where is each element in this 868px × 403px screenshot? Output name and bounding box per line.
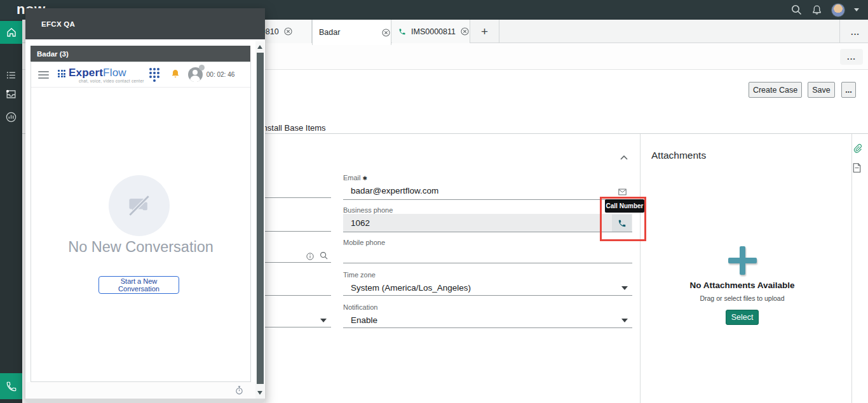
scroll-up-arrow-icon[interactable] [257,45,262,49]
toolbar-more-button[interactable]: ... [841,82,856,98]
notification-label: Notification [343,303,377,311]
reference-search-icon[interactable] [320,251,328,262]
section-collapse-chevron-icon[interactable] [620,152,628,163]
paperclip-attachments-icon[interactable] [853,143,862,156]
efcx-overlay-panel: EFCX QA Badar (3) ExpertFlow chat, voice… [25,8,265,403]
tab-label: Badar [319,28,340,37]
no-conversation-illustration [109,175,170,236]
tab-label: IMS0000811 [411,27,456,36]
sidebar-item-analytics[interactable] [0,107,22,126]
mobile-phone-underline[interactable] [343,263,632,263]
tab-install-base-items[interactable]: Install Base Items [261,123,326,133]
business-phone-value: 1062 [351,218,370,228]
widget-bell-icon[interactable] [170,69,180,81]
accordion-label: Badar (3) [37,50,69,58]
expertflow-tagline: chat, voice, video contact center [79,79,144,83]
time-zone-underline [343,295,632,296]
attachments-hint: Drag or select files to upload [660,294,825,302]
sidebar-item-inbox[interactable] [0,84,22,103]
add-attachment-plus-icon[interactable] [728,246,757,275]
chat-slash-icon [125,192,153,220]
overlay-title-bar[interactable]: EFCX QA [25,8,265,39]
overlay-bottom-edge [25,399,265,403]
timer-clock-icon[interactable] [235,386,243,397]
save-button[interactable]: Save [808,82,835,98]
chevron-down-icon[interactable] [320,319,327,322]
tab-close-icon[interactable] [382,29,390,37]
mobile-phone-label: Mobile phone [343,239,385,246]
sidebar-phone-widget-toggle[interactable] [0,373,22,399]
email-field-label: Email ✱ [343,174,367,182]
no-conversation-text: No New Conversation [31,239,250,256]
overlay-scrollbar[interactable] [255,41,264,399]
overlay-footer [25,382,265,399]
start-conversation-button[interactable]: Start a New Conversation [98,276,179,294]
sidebar-item-lists[interactable] [0,67,22,83]
email-field-underline [343,199,632,200]
widget-header: ExpertFlow chat, voice, video contact ce… [31,62,250,88]
attachments-title: Attachments [651,150,706,161]
email-field-value[interactable]: badar@expertflow.com [351,186,438,195]
time-zone-label: Time zone [343,271,376,279]
business-phone-label: Business phone [343,206,393,214]
tab-close-icon[interactable] [461,27,469,36]
tab-ims0000811[interactable]: IMS0000811 [392,20,470,43]
expertflow-logo-icon [58,70,66,79]
time-zone-value[interactable]: System (America/Los_Angeles) [351,283,471,293]
notifications-bell-icon[interactable] [811,4,822,16]
info-icon[interactable] [306,251,314,263]
attachments-empty-title: No Attachments Available [660,281,825,290]
user-avatar[interactable] [831,3,845,17]
panel-divider [640,134,641,403]
tab-badar-active[interactable]: Badar [312,20,391,45]
ellipsis-icon: ... [847,52,856,62]
select-files-button[interactable]: Select [726,310,759,325]
notes-document-icon[interactable] [853,163,861,175]
agent-avatar-icon[interactable] [188,67,203,82]
call-timer: 00: 02: 46 [207,71,234,78]
annotation-highlight-rectangle [600,197,646,241]
tab-bar-divider [839,20,840,43]
notification-dropdown-caret-icon[interactable] [621,319,628,322]
avatar-dropdown-caret-icon[interactable] [854,8,859,11]
left-nav-sidebar [0,20,22,403]
business-phone-input[interactable]: 1062 [343,214,632,232]
overlay-title: EFCX QA [41,20,75,28]
required-mark: ✱ [363,175,368,182]
expertflow-widget: ExpertFlow chat, voice, video contact ce… [31,62,251,382]
notification-value[interactable]: Enable [351,315,377,325]
scrollbar-thumb[interactable] [257,53,264,384]
expertflow-logo-text: ExpertFlow [69,67,126,79]
ellipsis-icon: ... [851,27,860,37]
tab-overflow-button[interactable]: ... [846,25,865,39]
scroll-down-arrow-icon[interactable] [257,391,262,395]
dialpad-icon[interactable] [149,68,159,82]
tab-close-icon[interactable] [284,27,292,36]
sidebar-item-home[interactable] [0,21,22,44]
create-case-button[interactable]: Create Case [749,82,802,98]
rail-divider [851,134,852,403]
search-icon[interactable] [790,4,802,16]
phone-call-icon [398,28,406,36]
time-zone-dropdown-caret-icon[interactable] [621,286,628,290]
add-tab-button[interactable]: + [470,20,499,43]
record-header-more-button[interactable]: ... [840,49,863,65]
hamburger-menu-icon[interactable] [38,69,49,81]
presence-dot [199,65,205,70]
conversation-accordion-header[interactable]: Badar (3) [31,46,250,62]
notification-underline [343,327,632,328]
